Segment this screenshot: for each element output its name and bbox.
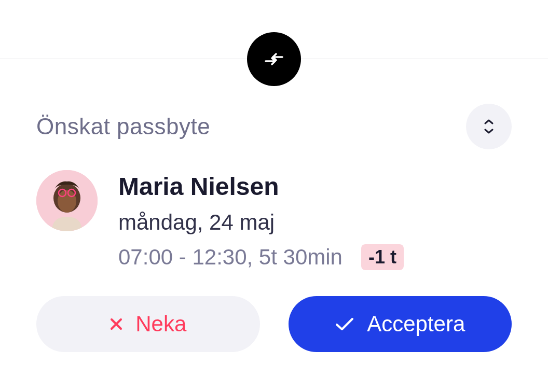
expand-collapse-button[interactable]	[466, 104, 512, 149]
time-diff-badge: -1 t	[361, 244, 404, 270]
avatar	[36, 170, 98, 231]
swap-arrows-icon	[263, 48, 285, 71]
swap-icon-circle	[247, 32, 301, 86]
decline-button[interactable]: Neka	[36, 296, 260, 352]
section-title: Önskat passbyte	[36, 114, 210, 139]
chevron-up-icon	[484, 119, 494, 125]
svg-point-4	[58, 190, 76, 213]
person-name: Maria Nielsen	[118, 172, 404, 201]
accept-button[interactable]: Acceptera	[289, 296, 512, 352]
accept-label: Acceptera	[367, 312, 465, 337]
shift-time: 07:00 - 12:30, 5t 30min	[118, 245, 342, 270]
chevron-down-icon	[484, 128, 494, 134]
check-icon	[335, 316, 354, 332]
shift-date: måndag, 24 maj	[118, 210, 404, 235]
decline-label: Neka	[135, 312, 186, 337]
close-icon	[109, 317, 123, 331]
